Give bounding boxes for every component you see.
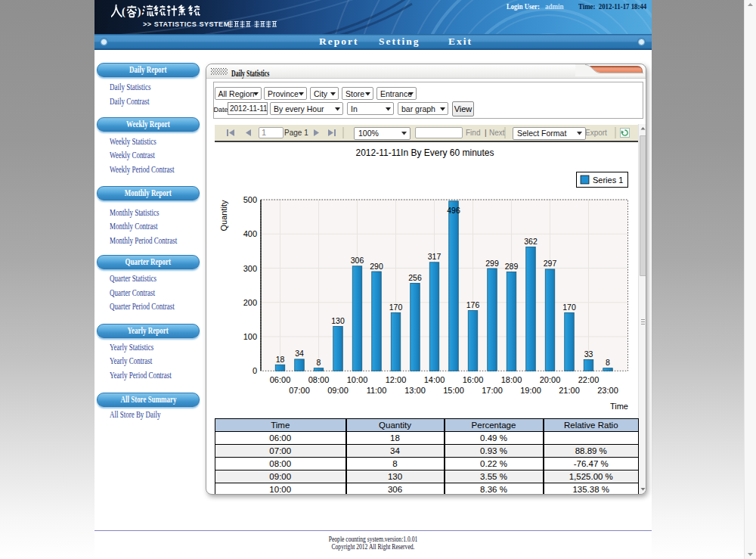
- svg-text:22:00: 22:00: [578, 375, 600, 384]
- svg-text:20:00: 20:00: [540, 375, 561, 384]
- svg-text:290: 290: [370, 262, 383, 271]
- svg-text:256: 256: [408, 273, 422, 282]
- svg-text:362: 362: [524, 237, 538, 246]
- svg-text:13:00: 13:00: [404, 386, 426, 395]
- svg-text:34: 34: [295, 349, 304, 358]
- svg-text:130: 130: [331, 316, 345, 325]
- svg-text:299: 299: [485, 259, 499, 268]
- svg-text:170: 170: [562, 303, 576, 312]
- svg-text:10:00: 10:00: [347, 375, 368, 384]
- svg-text:16:00: 16:00: [463, 375, 484, 384]
- svg-text:170: 170: [389, 303, 403, 312]
- svg-text:289: 289: [505, 262, 519, 271]
- svg-text:09:00: 09:00: [327, 386, 349, 395]
- svg-text:(: (: [122, 5, 125, 19]
- svg-text:14:00: 14:00: [424, 375, 445, 384]
- svg-text:8: 8: [317, 358, 321, 367]
- svg-text:200: 200: [243, 298, 257, 307]
- svg-text:23:00: 23:00: [597, 386, 618, 395]
- svg-text:Time: Time: [610, 402, 628, 411]
- svg-text:0: 0: [253, 366, 257, 375]
- svg-text:33: 33: [584, 349, 593, 359]
- svg-text:Series 1: Series 1: [593, 175, 623, 185]
- svg-text:07:00: 07:00: [289, 386, 310, 395]
- svg-text:100: 100: [243, 332, 257, 341]
- svg-text:300: 300: [243, 264, 257, 273]
- svg-text:18: 18: [276, 355, 285, 364]
- svg-text:500: 500: [243, 195, 257, 204]
- svg-text:): ): [138, 5, 141, 19]
- svg-text:400: 400: [243, 229, 257, 238]
- svg-text:176: 176: [466, 300, 480, 309]
- svg-text:18:00: 18:00: [501, 375, 522, 384]
- svg-text:317: 317: [428, 252, 442, 261]
- svg-text:12:00: 12:00: [386, 375, 407, 384]
- svg-text:2012-11-11In By Every 60 minut: 2012-11-11In By Every 60 minutes: [356, 148, 494, 158]
- svg-text:06:00: 06:00: [270, 375, 291, 384]
- svg-text:11:00: 11:00: [367, 386, 387, 395]
- svg-text:496: 496: [447, 206, 460, 215]
- svg-text:17:00: 17:00: [482, 386, 503, 395]
- svg-text:297: 297: [544, 259, 557, 268]
- svg-text:Quantity: Quantity: [219, 200, 228, 231]
- svg-text:08:00: 08:00: [308, 375, 330, 384]
- svg-text:306: 306: [351, 256, 364, 265]
- svg-text:15:00: 15:00: [443, 386, 464, 395]
- svg-text:19:00: 19:00: [520, 386, 541, 395]
- svg-text:21:00: 21:00: [559, 386, 580, 395]
- svg-text:8: 8: [606, 358, 610, 367]
